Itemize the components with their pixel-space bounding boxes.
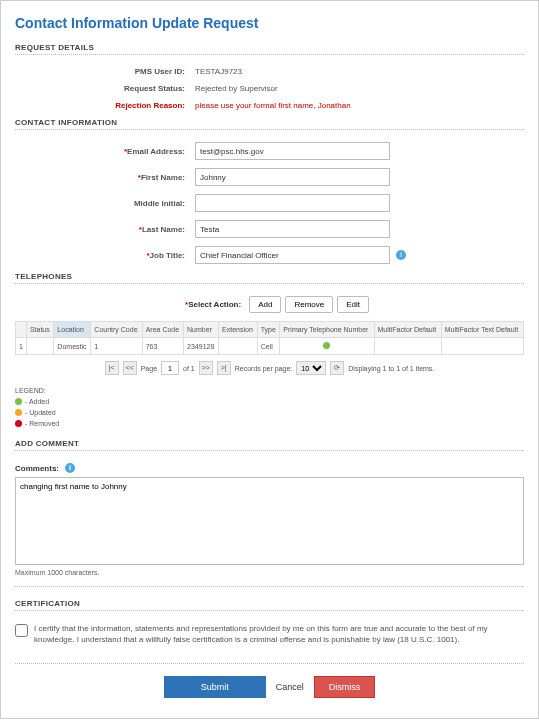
add-button[interactable]: Add [249,296,281,313]
legend-removed: - Removed [25,418,59,429]
col-status[interactable]: Status [26,322,53,338]
row-type: Cell [257,338,280,355]
legend-added: - Added [25,396,49,407]
dismiss-button[interactable]: Dismiss [314,676,376,698]
pager-prev-button[interactable]: << [123,361,137,375]
pms-user-id-label: PMS User ID: [15,67,195,76]
submit-button[interactable]: Submit [164,676,266,698]
row-location: Domestic [54,338,91,355]
row-extension [219,338,258,355]
last-name-label: Last Name: [15,225,195,234]
info-icon[interactable]: i [65,463,75,473]
comments-textarea[interactable] [15,477,524,565]
pager-last-button[interactable]: >| [217,361,231,375]
pager-of-label: of 1 [183,365,195,372]
divider [15,450,524,451]
section-telephones: TELEPHONES [15,272,524,281]
job-title-field[interactable] [195,246,390,264]
table-header-row: Status Location Country Code Area Code N… [16,322,524,338]
section-request-details: REQUEST DETAILS [15,43,524,52]
divider [15,54,524,55]
cancel-button[interactable]: Cancel [276,676,304,698]
check-icon [323,342,330,349]
info-icon[interactable]: i [396,250,406,260]
col-extension[interactable]: Extension [219,322,258,338]
job-title-label: Job Title: [15,251,195,260]
divider [15,586,524,587]
legend-title: LEGEND: [15,385,524,396]
dot-updated-icon [15,409,22,416]
legend: LEGEND: - Added - Updated - Removed [15,385,524,429]
section-certification: CERTIFICATION [15,599,524,608]
col-country-code[interactable]: Country Code [91,322,142,338]
request-status-label: Request Status: [15,84,195,93]
row-country-code: 1 [91,338,142,355]
first-name-field[interactable] [195,168,390,186]
col-multifactor-text-default[interactable]: MultiFactor Text Default [441,322,523,338]
email-field[interactable] [195,142,390,160]
pager-next-button[interactable]: >> [199,361,213,375]
remove-button[interactable]: Remove [285,296,333,313]
col-area-code[interactable]: Area Code [142,322,183,338]
certification-text: I certify that the information, statemen… [34,623,524,645]
col-location[interactable]: Location [54,322,91,338]
pager-display-text: Displaying 1 to 1 of 1 items. [348,365,434,372]
middle-initial-label: Middle Initial: [15,199,195,208]
table-row[interactable]: 1 Domestic 1 763 2349128 Cell [16,338,524,355]
pager-first-button[interactable]: |< [105,361,119,375]
certification-checkbox[interactable] [15,624,28,637]
pager-page-input[interactable] [161,361,179,375]
edit-button[interactable]: Edit [337,296,369,313]
legend-updated: - Updated [25,407,56,418]
col-type[interactable]: Type [257,322,280,338]
divider [15,663,524,664]
telephones-table: Status Location Country Code Area Code N… [15,321,524,355]
last-name-field[interactable] [195,220,390,238]
dot-removed-icon [15,420,22,427]
section-add-comment: ADD COMMENT [15,439,524,448]
select-action-label: Select Action: [185,300,241,309]
page-title: Contact Information Update Request [15,15,524,31]
divider [15,283,524,284]
row-area-code: 763 [142,338,183,355]
divider [15,129,524,130]
col-multifactor-default[interactable]: MultiFactor Default [374,322,441,338]
comments-label: Comments: [15,464,59,473]
email-label: Email Address: [15,147,195,156]
pager-rpp-label: Records per page: [235,365,293,372]
rejection-reason-label: Rejection Reason: [15,101,195,110]
pager-rpp-select[interactable]: 10 [296,361,326,375]
max-characters-note: Maximum 1000 characters. [15,569,524,576]
pager-refresh-button[interactable]: ⟳ [330,361,344,375]
rejection-reason-value: please use your formal first name, Jonat… [195,101,351,110]
pms-user-id-value: TESTAJ9723 [195,67,242,76]
row-index: 1 [16,338,27,355]
pager: |< << Page of 1 >> >| Records per page: … [15,361,524,375]
pager-page-label: Page [141,365,157,372]
divider [15,610,524,611]
dot-added-icon [15,398,22,405]
middle-initial-field[interactable] [195,194,390,212]
col-number[interactable]: Number [184,322,219,338]
request-status-value: Rejected by Supervisor [195,84,278,93]
col-primary[interactable]: Primary Telephone Number [280,322,374,338]
first-name-label: First Name: [15,173,195,182]
section-contact-information: CONTACT INFORMATION [15,118,524,127]
row-number: 2349128 [184,338,219,355]
